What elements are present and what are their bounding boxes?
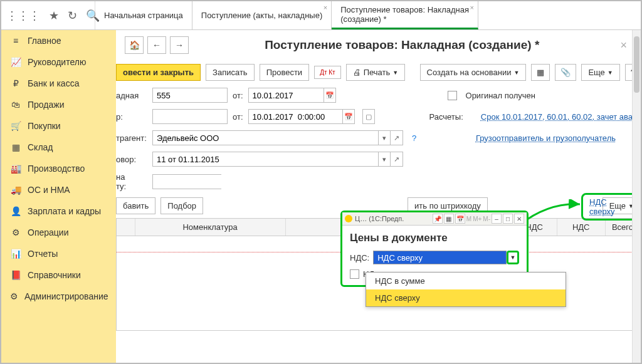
print-button[interactable]: 🖨Печать▼	[346, 64, 406, 81]
forward-button[interactable]: →	[170, 36, 189, 54]
original-checkbox[interactable]	[448, 91, 457, 100]
open-ref-icon[interactable]: ↗	[391, 152, 403, 167]
maximize-icon[interactable]: □	[503, 214, 513, 224]
ops-icon: ⚙	[10, 227, 21, 237]
app-icon	[345, 215, 352, 222]
nds-option-in-sum[interactable]: НДС в сумме	[366, 273, 566, 289]
nds-include-checkbox[interactable]	[350, 269, 359, 279]
close-icon[interactable]: ×	[470, 4, 474, 11]
attach-button[interactable]: 📎	[555, 64, 576, 81]
shipper-link[interactable]: Грузоотправитель и грузополучатель	[476, 133, 616, 143]
sidebar-item-purchase[interactable]: 🛒Покупки	[1, 115, 116, 137]
sidebar-item-salary[interactable]: 👤Зарплата и кадры	[1, 200, 116, 222]
open-ref-icon[interactable]: ↗	[391, 130, 403, 145]
tab-receipts[interactable]: Поступление (акты, накладные)×	[192, 1, 332, 29]
minimize-icon[interactable]: –	[492, 214, 502, 224]
sidebar-item-warehouse[interactable]: ▦Склад	[1, 137, 116, 158]
label-order: р:	[116, 112, 147, 122]
nds-dropdown-list: НДС в сумме НДС сверху	[366, 272, 566, 307]
save-button[interactable]: Записать	[206, 64, 255, 81]
sidebar-item-assets[interactable]: 🚚ОС и НМА	[1, 179, 116, 200]
pin-icon[interactable]: 📌	[433, 214, 443, 224]
report-icon: 📊	[10, 249, 21, 259]
sidebar: ≡Главное 📈Руководителю ₽Банк и касса 🛍Пр…	[1, 30, 116, 363]
tab-current-doc[interactable]: Поступление товаров: Накладная (создание…	[332, 1, 478, 29]
contract-input[interactable]	[152, 152, 378, 167]
truck-icon: 🚚	[10, 185, 21, 195]
menu-icon: ≡	[10, 36, 21, 46]
label-contract: овор:	[116, 155, 147, 164]
sidebar-item-refs[interactable]: 📕Справочники	[1, 264, 116, 286]
factory-icon: 🏭	[10, 164, 21, 174]
nds-select-value[interactable]: НДС сверху	[373, 251, 507, 264]
home-button[interactable]: 🏠	[125, 36, 144, 54]
calendar-icon[interactable]: 📅	[342, 109, 355, 124]
history-icon[interactable]: ↻	[68, 9, 77, 23]
close-icon[interactable]: ×	[324, 4, 327, 11]
back-button[interactable]: ←	[147, 36, 166, 54]
open-icon[interactable]: ▢	[362, 109, 375, 124]
calc-icon[interactable]: ▦	[444, 214, 454, 224]
calendar-icon[interactable]: 📅	[324, 88, 336, 103]
scrollbar[interactable]	[632, 30, 641, 363]
col-nomenclature: Номенклатура	[135, 219, 286, 236]
nds-option-on-top[interactable]: НДС сверху	[366, 289, 566, 306]
dtkt-button[interactable]: Дт Кт	[314, 66, 341, 79]
sidebar-item-reports[interactable]: 📊Отчеты	[1, 243, 116, 264]
close-doc-button[interactable]: ×	[615, 39, 632, 52]
dropdown-icon[interactable]: ▾	[378, 152, 391, 167]
number-input[interactable]	[152, 88, 228, 103]
sidebar-item-operations[interactable]: ⚙Операции	[1, 222, 116, 243]
more-button[interactable]: Еще▼	[581, 64, 619, 81]
sidebar-item-bank[interactable]: ₽Банк и касса	[1, 73, 116, 94]
bag-icon: 🛍	[10, 100, 21, 110]
sidebar-item-main[interactable]: ≡Главное	[1, 30, 116, 51]
export-button[interactable]: ▦	[531, 64, 550, 81]
label-number: адная	[116, 91, 147, 100]
datetime-input[interactable]	[248, 109, 342, 124]
nds-dropdown-button[interactable]: ▼	[507, 251, 519, 264]
sidebar-item-production[interactable]: 🏭Производство	[1, 158, 116, 179]
tab-home[interactable]: Начальная страница	[95, 1, 192, 29]
person-icon: 👤	[10, 206, 21, 216]
select-button[interactable]: Подбор	[160, 197, 203, 214]
star-icon[interactable]: ★	[49, 9, 59, 23]
dialog-title: Цены в документе	[350, 232, 519, 244]
contractor-input[interactable]	[152, 130, 378, 145]
label-contractor: трагент:	[116, 133, 147, 143]
page-title: Поступление товаров: Накладная (создание…	[189, 38, 615, 52]
date-na-input[interactable]	[152, 174, 221, 189]
post-button[interactable]: Провести	[260, 64, 310, 81]
order-input[interactable]	[152, 109, 228, 124]
cart-icon: 🛒	[10, 121, 21, 131]
add-button[interactable]: бавить	[116, 197, 155, 214]
box-icon: ▦	[10, 142, 21, 152]
sidebar-item-admin[interactable]: ⚙Администрирование	[1, 286, 116, 307]
date-input[interactable]	[248, 88, 324, 103]
help-link[interactable]: ?	[412, 133, 416, 143]
chart-icon: 📈	[10, 57, 21, 67]
sidebar-item-manager[interactable]: 📈Руководителю	[1, 51, 116, 73]
close-icon[interactable]: ✕	[514, 214, 524, 224]
apps-icon[interactable]: ⋮⋮⋮	[6, 9, 40, 23]
nds-mode-link[interactable]: НДС сверху	[589, 197, 615, 216]
dropdown-icon[interactable]: ▾	[378, 130, 391, 145]
gear-icon: ⚙	[10, 291, 18, 301]
calendar-icon[interactable]: 📅	[455, 214, 465, 224]
printer-icon: 🖨	[353, 68, 361, 77]
ruble-icon: ₽	[10, 78, 21, 88]
settlements-link[interactable]: Срок 10.01.2017, 60.01, 60.02, зачет ава…	[481, 112, 641, 122]
create-based-button[interactable]: Создать на основании▼	[420, 64, 527, 81]
post-close-button[interactable]: овести и закрыть	[116, 64, 201, 81]
sidebar-item-sales[interactable]: 🛍Продажи	[1, 94, 116, 115]
book-icon: 📕	[10, 270, 21, 280]
col-vat: НДС	[557, 219, 606, 236]
